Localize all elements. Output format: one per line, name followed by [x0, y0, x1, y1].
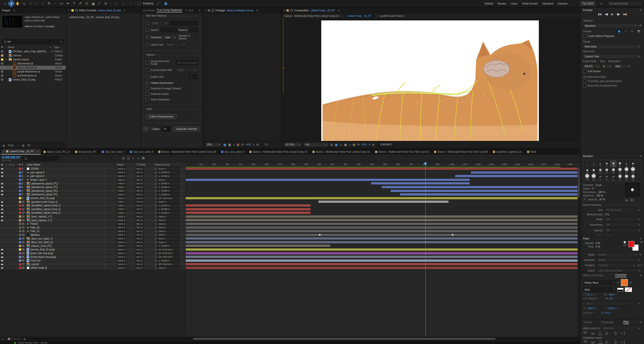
pickwhip-icon[interactable]: ◎ — [155, 171, 157, 174]
layer-name-cell[interactable]: [blue_box_label_6] — [27, 241, 93, 244]
layer-track[interactable] — [186, 230, 580, 233]
workspace-item-learn[interactable]: Learn — [511, 2, 517, 5]
pickwhip-icon[interactable]: ◎ — [155, 248, 157, 251]
layer-row[interactable]: ›28[White Solid 3]⌇ ∕Norm▾No t▾◎None▾ — [0, 266, 185, 270]
layer-name-cell[interactable]: ZOOM — [27, 167, 93, 170]
brush-preset[interactable]: 21 — [597, 167, 603, 174]
replace-field[interactable] — [189, 28, 197, 32]
trkmat-dropdown[interactable]: No t▾ — [136, 208, 143, 211]
comp-zoom-dropdown[interactable]: (67.6%)▾ — [284, 142, 302, 147]
layer-switches[interactable]: ⌇ ∕ — [93, 168, 117, 170]
axis-mode-icon-1[interactable]: ⟂ — [120, 1, 126, 6]
spacing-checkbox[interactable]: ✓ — [583, 198, 586, 201]
zoom-tool[interactable] — [21, 1, 27, 6]
close-icon[interactable]: × — [3, 150, 5, 153]
parent-dropdown[interactable]: None▾ — [158, 230, 179, 233]
layer-visibility-toggle[interactable] — [0, 193, 4, 196]
close-icon[interactable]: × — [205, 9, 206, 12]
layer-switches[interactable]: ⌇ ∕ — [93, 223, 117, 225]
blend-mode-dropdown[interactable]: Norm▾ — [117, 263, 126, 266]
layer-track[interactable] — [186, 226, 580, 230]
breadcrumb-child[interactable]: gradient solid Comp 1 — [380, 15, 405, 17]
clear-search-icon[interactable]: ✕ — [60, 40, 62, 43]
new-composition-icon[interactable]: ▦ — [22, 144, 24, 147]
layer-visibility-toggle[interactable] — [0, 219, 4, 222]
layer-row[interactable]: ›14[pain_signals_1-7]⌇ ∕Norm▾No t▾◎None▾ — [0, 215, 185, 219]
kerning-value[interactable]: Optical — [588, 297, 596, 300]
parent-dropdown[interactable]: 26. Final Cat▾ — [158, 263, 179, 266]
layer-duration-bar[interactable] — [382, 186, 580, 188]
layer-track[interactable] — [186, 200, 580, 204]
layer-track[interactable] — [186, 262, 580, 266]
trkmat-dropdown[interactable]: No t▾ — [136, 237, 143, 240]
layer-duration-bar[interactable] — [186, 168, 580, 170]
parent-dropdown[interactable]: 1. ZOOM▾ — [158, 259, 179, 262]
timeline-tab[interactable]: dorsal_horn_PC — [73, 149, 99, 155]
layer-row[interactable]: ›8[dampened_signal_PC]⌇ ∕Hard▾No t▾◎1. Z… — [0, 193, 185, 197]
pickwhip-icon[interactable]: ◎ — [155, 178, 157, 181]
layer-row[interactable]: ›11[amplified_signal Comp 1]⌇ ∕Hard▾No t… — [0, 204, 185, 208]
brush-preset[interactable]: 11 — [610, 174, 617, 181]
layer-switches[interactable]: ⌇ ∕ — [93, 175, 117, 177]
timeline-search-input[interactable] — [23, 156, 59, 161]
twirl-icon[interactable]: › — [15, 168, 18, 170]
blend-mode-dropdown[interactable]: Norm▾ — [117, 259, 126, 262]
trkmat-dropdown[interactable]: No t▾ — [136, 167, 143, 170]
blend-mode-dropdown[interactable]: Hard▾ — [117, 182, 126, 185]
brush-preset[interactable]: 13 — [610, 160, 617, 167]
layer-name-cell[interactable]: [blue_box_label_7] — [27, 237, 93, 240]
layer-name-cell[interactable]: ★Path_01 — [27, 230, 93, 233]
blend-mode-dropdown[interactable]: Norm▾ — [117, 167, 126, 170]
pickwhip-icon[interactable]: ◎ — [155, 241, 157, 244]
panel-menu-icon[interactable]: ≡ — [640, 9, 641, 12]
trkmat-dropdown[interactable]: No t▾ — [136, 182, 143, 185]
layer-switches[interactable]: ⌇ ∕ — [93, 197, 117, 199]
stroke-style-dropdown[interactable]: ▾ — [597, 301, 641, 306]
layer-track[interactable] — [186, 241, 580, 244]
exposure-value[interactable]: +0.0 — [362, 143, 367, 146]
layer-row[interactable]: ›27cat AO⌇ ∕Norm▾No t▾◎26. Final Cat▾ — [0, 262, 185, 266]
time-ruler[interactable]: 41s42s43s44s45s46s47s48s49s50s51s52s53s5… — [186, 162, 580, 167]
layer-switches[interactable]: ⌇ ∕ — [93, 238, 117, 240]
twirl-icon[interactable]: › — [15, 226, 18, 229]
label-chip-cell[interactable] — [18, 248, 22, 251]
label-chip-cell[interactable] — [18, 190, 22, 192]
align-center-v-button[interactable] — [613, 332, 618, 335]
tab-layers-better[interactable]: yers Better — [143, 9, 155, 12]
layer-name-cell[interactable]: ★Path03 — [27, 222, 93, 225]
tab-true-comp-duplicator[interactable]: True Comp Duplicator — [156, 8, 182, 12]
twirl-icon[interactable]: › — [15, 201, 18, 203]
layer-duration-bar[interactable] — [186, 223, 580, 225]
eraser-tool[interactable]: ◪ — [90, 1, 96, 6]
layer-name-cell[interactable]: [dampened_signal_PC] — [27, 189, 93, 192]
suffix-field[interactable] — [170, 21, 197, 25]
blend-mode-dropdown[interactable]: Norm▾ — [117, 226, 126, 229]
resolution-dropdown[interactable]: Auto▾ — [614, 64, 631, 68]
option-checkbox[interactable] — [146, 75, 149, 79]
comp-view-icon-4[interactable]: ⌗ — [349, 143, 351, 146]
layer-visibility-toggle[interactable] — [0, 256, 4, 258]
layer-duration-bar[interactable] — [391, 190, 580, 192]
timeline-option-icon-0[interactable]: ≣ — [122, 157, 125, 160]
reset-icon[interactable]: ↺ — [629, 281, 631, 284]
layer-row[interactable]: ›25[Feline-Back-Paw.png]⌇ ∕Norm▾No t▾◎26… — [0, 255, 185, 259]
label-chip-cell[interactable] — [18, 204, 22, 207]
layer-switches[interactable]: ⌇ ∕ — [93, 245, 117, 247]
composition-viewer[interactable] — [281, 18, 580, 141]
layer-visibility-toggle[interactable] — [0, 263, 4, 266]
brushes-title[interactable]: Brushes — [583, 155, 593, 158]
current-timecode[interactable]: 0:00:58:07 — [2, 155, 20, 159]
layer-visibility-toggle[interactable] — [0, 215, 4, 218]
layer-switches[interactable]: ⌇ ∕ — [93, 208, 117, 210]
diameter-value[interactable]: 13 px — [595, 184, 601, 186]
layer-switches[interactable]: ⌇ ∕ — [93, 186, 117, 188]
layer-name-cell[interactable]: cat AO — [27, 263, 93, 266]
layer-visibility-toggle[interactable] — [0, 167, 4, 170]
layer-row[interactable]: ›13[amplified_signal Comp 1]⌇ ∕Hard▾No t… — [0, 211, 185, 215]
twirl-icon[interactable]: › — [15, 219, 18, 221]
brush-preset[interactable]: 19 — [617, 160, 623, 167]
timeline-tab[interactable]: Elanco - Multimodal Feline Pain Linked C… — [156, 149, 218, 155]
timeline-tab[interactable]: Elanco - Multimodal Feline Pain Linked C… — [310, 149, 372, 155]
pickwhip-icon[interactable]: ◎ — [155, 215, 157, 218]
dolly-camera-tool[interactable]: ⇕ — [40, 1, 46, 6]
